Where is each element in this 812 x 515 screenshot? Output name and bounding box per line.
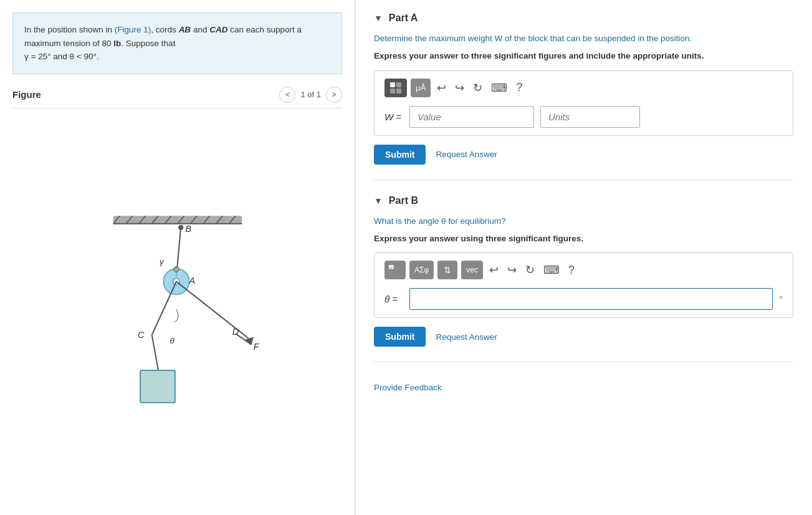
part-a-submit-button[interactable]: Submit	[374, 145, 426, 165]
figure-diagram: B γ A F D C θ	[78, 209, 277, 409]
part-a-header: ▼ Part A	[374, 12, 793, 24]
part-a-title: Part A	[389, 12, 418, 24]
part-b-toggle[interactable]: ▼	[374, 196, 383, 206]
part-a-value-input[interactable]	[409, 106, 534, 128]
grid-button[interactable]	[385, 79, 407, 97]
keyboard-button-a[interactable]: ⌨	[489, 79, 510, 97]
svg-line-25	[151, 282, 176, 335]
mu-button[interactable]: μÅ	[411, 79, 431, 97]
part-a-input-row: W =	[385, 106, 783, 128]
refresh-button-a[interactable]: ↻	[470, 79, 485, 97]
part-b-description: What is the angle θ for equilibrium?	[374, 215, 793, 228]
part-b-label: θ =	[385, 294, 403, 304]
refresh-button-b[interactable]: ↻	[523, 261, 537, 279]
part-b-instruction: Express your answer using three signific…	[374, 233, 793, 245]
redo-button-a[interactable]: ↪	[452, 79, 467, 97]
part-a-toolbar: μÅ ↩ ↪ ↻ ⌨ ?	[385, 79, 783, 97]
part-a-instruction: Express your answer to three significant…	[374, 50, 793, 62]
figure-nav: < 1 of 1 >	[279, 87, 342, 103]
degree-symbol: °	[779, 294, 783, 304]
svg-text:F: F	[253, 342, 259, 352]
svg-text:γ: γ	[160, 257, 165, 266]
svg-point-18	[173, 267, 178, 272]
part-a-description: Determine the maximum weight W of the bl…	[374, 32, 793, 45]
footer: Provide Feedback	[374, 382, 793, 392]
figure-count: 1 of 1	[300, 90, 321, 99]
prev-figure-button[interactable]: <	[279, 87, 295, 103]
svg-rect-31	[396, 82, 401, 87]
sigma-button[interactable]: AΣφ	[409, 261, 434, 279]
part-b-submit-button[interactable]: Submit	[374, 327, 426, 347]
svg-rect-28	[140, 370, 175, 403]
next-figure-button[interactable]: >	[326, 87, 342, 103]
svg-text:D: D	[232, 327, 238, 337]
svg-text:θ: θ	[170, 336, 174, 345]
part-a-action-row: Submit Request Answer	[374, 145, 793, 165]
svg-text:√□: √□	[389, 266, 394, 270]
svg-line-27	[151, 335, 158, 370]
redo-button-b[interactable]: ↪	[505, 261, 519, 279]
part-a-answer-box: μÅ ↩ ↪ ↻ ⌨ ? W =	[374, 70, 793, 136]
part-a-request-link[interactable]: Request Answer	[436, 150, 497, 159]
figure-link[interactable]: (Figure 1)	[115, 25, 151, 34]
svg-text:B: B	[185, 224, 191, 234]
feedback-link[interactable]: Provide Feedback	[374, 383, 442, 392]
svg-rect-33	[396, 89, 401, 94]
arrows-button[interactable]: ⇅	[437, 261, 457, 279]
svg-text:C: C	[138, 330, 145, 340]
part-b-toolbar: √□ AΣφ ⇅ vec ↩ ↪ ↻ ⌨ ?	[385, 261, 783, 279]
part-a-label: W =	[385, 112, 403, 122]
vec-button[interactable]: vec	[461, 261, 483, 279]
part-b-title: Part B	[389, 195, 418, 206]
svg-rect-32	[390, 89, 395, 94]
keyboard-button-b[interactable]: ⌨	[541, 261, 562, 279]
figure-title: Figure	[12, 89, 41, 100]
help-button-b[interactable]: ?	[566, 261, 577, 279]
part-b-action-row: Submit Request Answer	[374, 327, 793, 347]
svg-text:A: A	[188, 276, 195, 286]
part-b-section: ▼ Part B What is the angle θ for equilib…	[374, 195, 793, 363]
svg-rect-30	[390, 82, 395, 87]
matrix-button[interactable]: √□	[385, 261, 406, 279]
svg-rect-0	[113, 216, 241, 223]
left-panel: In the position shown in (Figure 1), cor…	[0, 0, 355, 515]
problem-statement: In the position shown in (Figure 1), cor…	[12, 12, 342, 74]
part-b-answer-box: √□ AΣφ ⇅ vec ↩ ↪ ↻ ⌨ ? θ = °	[374, 253, 793, 318]
part-a-section: ▼ Part A Determine the maximum weight W …	[374, 12, 793, 180]
figure-header: Figure < 1 of 1 >	[12, 87, 342, 108]
part-b-request-link[interactable]: Request Answer	[436, 332, 497, 342]
part-b-theta-input[interactable]	[409, 288, 773, 310]
part-a-toggle[interactable]: ▼	[374, 13, 383, 23]
part-b-header: ▼ Part B	[374, 195, 793, 206]
help-button-a[interactable]: ?	[513, 79, 525, 97]
undo-button-b[interactable]: ↩	[487, 261, 501, 279]
figure-area: B γ A F D C θ	[12, 116, 342, 503]
right-panel: ▼ Part A Determine the maximum weight W …	[355, 0, 812, 515]
undo-button-a[interactable]: ↩	[434, 79, 449, 97]
part-b-input-row: θ = °	[385, 288, 783, 310]
part-a-units-input[interactable]	[540, 106, 640, 128]
